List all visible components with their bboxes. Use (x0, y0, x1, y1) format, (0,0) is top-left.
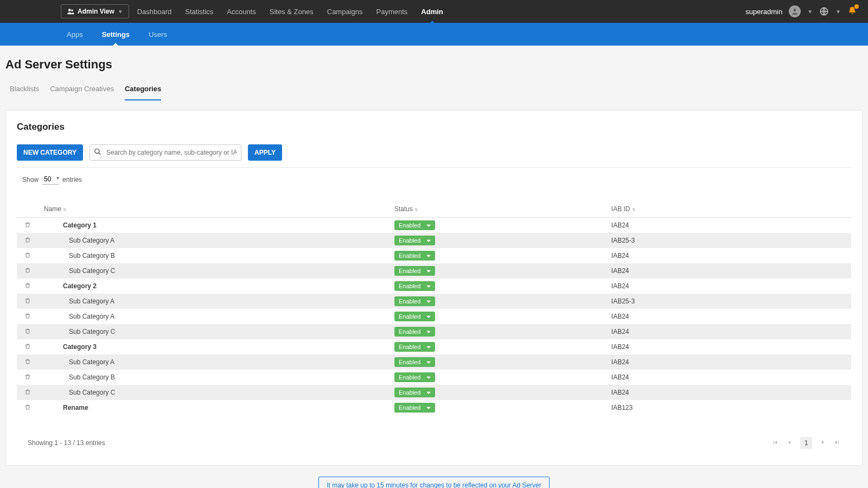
category-name: Category 1 (44, 221, 97, 229)
subcategory-name: Sub Category C (44, 389, 115, 396)
username-label: superadmin (745, 8, 782, 16)
status-select[interactable]: Enabled (394, 236, 435, 245)
status-select[interactable]: Enabled (394, 357, 435, 367)
apply-button[interactable]: APPLY (248, 144, 282, 161)
view-switcher-label: Admin View (78, 8, 114, 15)
table-row: Sub Category AEnabledIAB24 (17, 309, 851, 324)
entries-label: entries (62, 176, 82, 183)
subcategory-name: Sub Category B (44, 373, 115, 381)
topnav-item-campaigns[interactable]: Campaigns (327, 8, 363, 16)
delete-icon[interactable] (24, 344, 31, 351)
categories-table: Name⇅ Status⇅ IAB ID⇅ Category 1EnabledI… (17, 201, 851, 415)
topnav-item-dashboard[interactable]: Dashboard (137, 8, 172, 16)
iab-id-cell: IAB24 (606, 278, 851, 294)
table-row: Sub Category CEnabledIAB24 (17, 263, 851, 278)
delete-icon[interactable] (24, 389, 31, 397)
user-menu-caret-icon[interactable]: ▼ (807, 9, 813, 15)
topnav-item-payments[interactable]: Payments (376, 8, 408, 16)
svg-point-0 (68, 9, 71, 11)
card-toolbar: NEW CATEGORY APPLY (17, 144, 851, 168)
iab-id-cell: IAB24 (606, 263, 851, 278)
iab-id-cell: IAB24 (606, 385, 851, 400)
search-field-wrap (90, 144, 241, 161)
status-select[interactable]: Enabled (394, 372, 435, 382)
topnav-item-statistics[interactable]: Statistics (185, 8, 213, 16)
table-row: Sub Category AEnabledIAB25-3 (17, 233, 851, 248)
category-name: Category 2 (44, 282, 97, 290)
delete-icon[interactable] (24, 298, 31, 306)
delete-icon[interactable] (24, 374, 31, 382)
topnav-item-admin[interactable]: Admin (421, 8, 443, 16)
status-select[interactable]: Enabled (394, 403, 435, 413)
notifications-icon[interactable] (847, 6, 857, 17)
table-row: Category 1EnabledIAB24 (17, 218, 851, 233)
col-header-actions (17, 201, 39, 218)
iab-id-cell: IAB25-3 (606, 233, 851, 248)
table-row: Category 3EnabledIAB24 (17, 339, 851, 354)
propagation-notice: It may take up to 15 minutes for changes… (318, 477, 550, 488)
pager-current-page[interactable]: 1 (800, 437, 812, 449)
top-bar-right: superadmin ▼ ▼ (745, 5, 857, 17)
table-row: Sub Category CEnabledIAB24 (17, 385, 851, 400)
subcategory-name: Sub Category A (44, 297, 114, 305)
status-select[interactable]: Enabled (394, 251, 435, 261)
delete-icon[interactable] (24, 359, 31, 366)
col-header-iab[interactable]: IAB ID⇅ (606, 201, 851, 218)
card-heading: Categories (17, 122, 851, 132)
iab-id-cell: IAB123 (606, 400, 851, 415)
subnav-item-users[interactable]: Users (149, 30, 167, 39)
status-select[interactable]: Enabled (394, 388, 435, 397)
category-name: Rename (44, 404, 88, 411)
pager-first-icon[interactable] (772, 439, 778, 447)
view-switcher[interactable]: Admin View ▼ (61, 4, 129, 18)
status-select[interactable]: Enabled (394, 296, 435, 306)
notification-badge (854, 4, 859, 9)
topnav-item-sites-zones[interactable]: Sites & Zones (270, 8, 314, 16)
delete-icon[interactable] (24, 252, 31, 260)
status-select[interactable]: Enabled (394, 327, 435, 337)
pager-last-icon[interactable] (834, 439, 840, 447)
pager-next-icon[interactable] (820, 439, 826, 447)
delete-icon[interactable] (24, 268, 31, 275)
iab-id-cell: IAB24 (606, 248, 851, 263)
pager-prev-icon[interactable] (786, 439, 793, 447)
status-select[interactable]: Enabled (394, 220, 435, 230)
pager: 1 (772, 437, 840, 449)
status-select[interactable]: Enabled (394, 266, 435, 276)
col-header-status[interactable]: Status⇅ (389, 201, 606, 218)
status-select[interactable]: Enabled (394, 312, 435, 321)
table-row: Sub Category CEnabledIAB24 (17, 324, 851, 339)
col-header-name[interactable]: Name⇅ (39, 201, 389, 218)
page-tab-blacklists[interactable]: Blacklists (10, 81, 39, 100)
search-icon (94, 148, 101, 157)
topnav-item-accounts[interactable]: Accounts (227, 8, 256, 16)
locale-menu-caret-icon[interactable]: ▼ (835, 9, 841, 15)
delete-icon[interactable] (24, 222, 31, 230)
globe-icon[interactable] (819, 7, 829, 16)
subcategory-name: Sub Category B (44, 252, 115, 259)
delete-icon[interactable] (24, 237, 31, 245)
delete-icon[interactable] (24, 328, 31, 336)
entries-count-select[interactable]: 50 (42, 174, 59, 185)
subnav-item-settings[interactable]: Settings (102, 30, 130, 39)
table-row: RenameEnabledIAB123 (17, 400, 851, 415)
iab-id-cell: IAB24 (606, 354, 851, 370)
status-select[interactable]: Enabled (394, 281, 435, 291)
sort-icon: ⇅ (630, 207, 636, 212)
page-tab-categories[interactable]: Categories (125, 81, 161, 100)
delete-icon[interactable] (24, 283, 31, 290)
delete-icon[interactable] (24, 313, 31, 321)
subnav-item-apps[interactable]: Apps (67, 30, 83, 39)
user-avatar-icon[interactable] (789, 5, 801, 17)
show-label: Show (22, 176, 39, 183)
status-select[interactable]: Enabled (394, 342, 435, 352)
delete-icon[interactable] (24, 404, 31, 412)
svg-point-1 (71, 10, 73, 12)
search-input[interactable] (90, 144, 241, 161)
caret-down-icon: ▼ (118, 9, 123, 15)
svg-point-2 (794, 9, 796, 11)
page-tab-campaign-creatives[interactable]: Campaign Creatives (50, 81, 114, 100)
iab-id-cell: IAB24 (606, 309, 851, 324)
new-category-button[interactable]: NEW CATEGORY (17, 144, 83, 161)
sub-nav-bar: AppsSettingsUsers (0, 23, 868, 46)
